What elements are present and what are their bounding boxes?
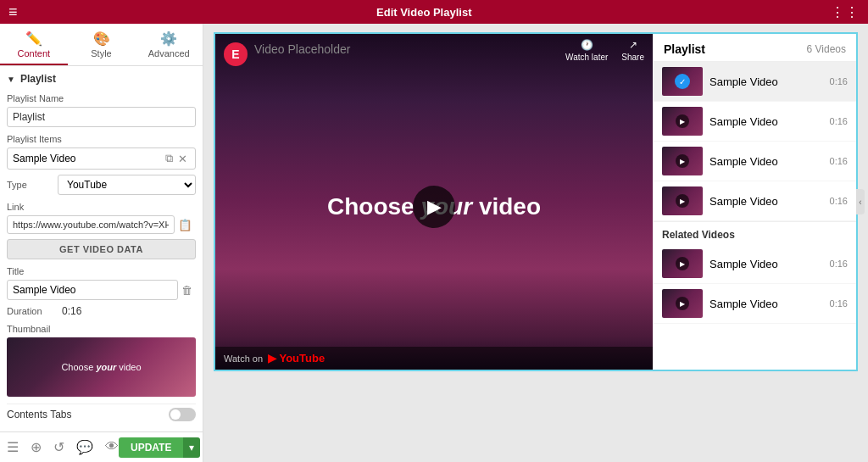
get-video-data-btn[interactable]: GET VIDEO DATA <box>7 239 196 259</box>
check-icon-1: ✓ <box>675 74 690 89</box>
watch-on-label: Watch on <box>224 353 263 364</box>
duplicate-item-btn[interactable]: ⧉ <box>163 152 175 165</box>
bottom-icon-history[interactable]: ↺ <box>53 439 64 455</box>
section-arrow-icon: ▼ <box>7 75 15 84</box>
playlist-panel-title: Playlist <box>664 42 705 56</box>
playlist-panel-header: Playlist 6 Videos <box>654 34 856 62</box>
related-thumb-2: ▶ <box>662 289 703 318</box>
play-button-overlay[interactable]: ▶ <box>413 186 455 228</box>
related-video-item-1[interactable]: ▶ Sample Video 0:16 <box>654 244 856 284</box>
related-play-icon-1: ▶ <box>676 257 689 270</box>
update-arrow-btn[interactable]: ▾ <box>183 437 200 458</box>
top-bar: ≡ Edit Video Playlist ⋮⋮ <box>0 0 868 24</box>
play-icon-3: ▶ <box>676 154 689 168</box>
bottom-icons: ☰ ⊕ ↺ 💬 👁 <box>7 439 119 455</box>
video-thumb-2: ▶ <box>662 107 703 136</box>
playlist-panel: Playlist 6 Videos ✓ Sample Video 0:16 ▶ <box>653 34 856 370</box>
playlist-video-item-1[interactable]: ✓ Sample Video 0:16 <box>654 62 856 102</box>
type-field: Type YouTube Vimeo <box>7 175 196 195</box>
type-select[interactable]: YouTube Vimeo <box>58 175 196 195</box>
related-item-duration-1: 0:16 <box>830 259 848 269</box>
title-input[interactable] <box>7 280 178 300</box>
preview-area: ‹ E Video Placeholder 🕐 Watch later <box>203 24 868 462</box>
youtube-logo: ▶ YouTube <box>268 352 325 365</box>
duration-field: Duration 0:16 <box>7 305 196 317</box>
title-field: 🗑 <box>7 280 196 300</box>
play-icon-2: ▶ <box>676 114 689 128</box>
related-item-name-2: Sample Video <box>709 298 823 310</box>
video-center[interactable]: Choose your video ▶ <box>215 67 653 347</box>
contents-tabs-toggle[interactable] <box>169 408 196 421</box>
video-placeholder-label: Video Placeholder <box>254 42 350 56</box>
related-thumb-1: ▶ <box>662 249 703 278</box>
related-play-icon-2: ▶ <box>676 297 689 310</box>
sidebar-content: ▼ Playlist Playlist Name Playlist Items … <box>0 66 203 431</box>
link-copy-btn[interactable]: 📋 <box>175 219 196 231</box>
content-icon: ✏️ <box>3 31 64 47</box>
related-video-item-2[interactable]: ▶ Sample Video 0:16 <box>654 284 856 324</box>
thumbnail-preview[interactable]: Choose your video <box>7 337 196 397</box>
contents-tabs-label: Contents Tabs <box>7 409 72 420</box>
video-bottom-bar: Watch on ▶ YouTube <box>215 347 653 370</box>
playlist-item-name-1: Sample Video <box>709 75 823 88</box>
playlist-items-label: Playlist Items <box>7 134 196 144</box>
remove-item-btn[interactable]: ✕ <box>175 153 190 165</box>
playlist-item-name-3: Sample Video <box>709 155 823 168</box>
playlist-name-input[interactable] <box>7 107 196 127</box>
sidebar-bottom-bar: ☰ ⊕ ↺ 💬 👁 UPDATE ▾ <box>0 431 203 462</box>
collapse-handle[interactable]: ‹ <box>856 189 865 214</box>
duration-value: 0:16 <box>62 305 81 317</box>
playlist-item-1-row: Sample Video ⧉ ✕ <box>7 148 196 170</box>
title-delete-btn[interactable]: 🗑 <box>178 284 196 297</box>
related-item-duration-2: 0:16 <box>830 298 848 309</box>
link-input[interactable] <box>7 215 175 234</box>
playlist-video-item-2[interactable]: ▶ Sample Video 0:16 <box>654 102 856 142</box>
title-label: Title <box>7 266 196 276</box>
update-btn[interactable]: UPDATE <box>119 437 183 458</box>
related-section-title: Related Videos <box>654 221 856 244</box>
tab-content[interactable]: ✏️ Content <box>0 24 68 65</box>
related-item-name-1: Sample Video <box>709 258 823 270</box>
video-player: E Video Placeholder 🕐 Watch later ↗ Shar… <box>215 34 653 370</box>
update-section: UPDATE ▾ <box>119 437 200 458</box>
playlist-item-duration-4: 0:16 <box>830 196 848 206</box>
content-area: ‹ E Video Placeholder 🕐 Watch later <box>203 24 868 462</box>
video-thumb-3: ▶ <box>662 147 703 175</box>
playlist-item-duration-3: 0:16 <box>830 156 848 166</box>
link-label: Link <box>7 202 196 212</box>
link-field: 📋 <box>7 215 196 234</box>
video-thumb-1: ✓ <box>662 67 703 96</box>
top-bar-title: Edit Video Playlist <box>376 6 471 19</box>
tab-style[interactable]: 🎨 Style <box>68 24 136 65</box>
advanced-icon: ⚙️ <box>138 31 199 47</box>
sidebar-tabs: ✏️ Content 🎨 Style ⚙️ Advanced <box>0 24 203 66</box>
playlist-video-item-3[interactable]: ▶ Sample Video 0:16 <box>654 142 856 181</box>
style-icon: 🎨 <box>71 31 132 47</box>
playlist-item-name-2: Sample Video <box>709 115 823 128</box>
playlist-item-duration-1: 0:16 <box>830 76 848 86</box>
thumbnail-label: Thumbnail <box>7 324 196 334</box>
playlist-count: 6 Videos <box>807 43 846 55</box>
bottom-icon-eye[interactable]: 👁 <box>105 439 119 455</box>
elementor-badge: E <box>224 42 248 66</box>
grid-icon[interactable]: ⋮⋮ <box>831 4 860 20</box>
hamburger-icon[interactable]: ≡ <box>8 3 18 21</box>
sidebar: ✏️ Content 🎨 Style ⚙️ Advanced ▼ Playlis… <box>0 24 203 462</box>
bottom-icon-menu[interactable]: ☰ <box>7 439 19 455</box>
playlist-item-duration-2: 0:16 <box>830 116 848 126</box>
contents-tabs-field: Contents Tabs <box>7 404 196 425</box>
thumbnail-text: Choose your video <box>61 362 141 372</box>
playlist-name-label: Playlist Name <box>7 93 196 103</box>
watch-later-btn[interactable]: 🕐 Watch later <box>565 39 608 62</box>
video-widget: ‹ E Video Placeholder 🕐 Watch later <box>214 32 858 371</box>
playlist-video-item-4[interactable]: ▶ Sample Video 0:16 <box>654 181 856 221</box>
share-btn[interactable]: ↗ Share <box>621 39 644 62</box>
bottom-icon-add[interactable]: ⊕ <box>31 439 42 455</box>
tab-advanced[interactable]: ⚙️ Advanced <box>135 24 203 65</box>
bottom-icon-comments[interactable]: 💬 <box>76 439 93 455</box>
playlist-section-header[interactable]: ▼ Playlist <box>7 73 196 85</box>
duration-label: Duration <box>7 306 62 316</box>
playlist-item-name-4: Sample Video <box>709 195 823 208</box>
type-label: Type <box>7 180 58 190</box>
play-icon-4: ▶ <box>676 194 689 208</box>
